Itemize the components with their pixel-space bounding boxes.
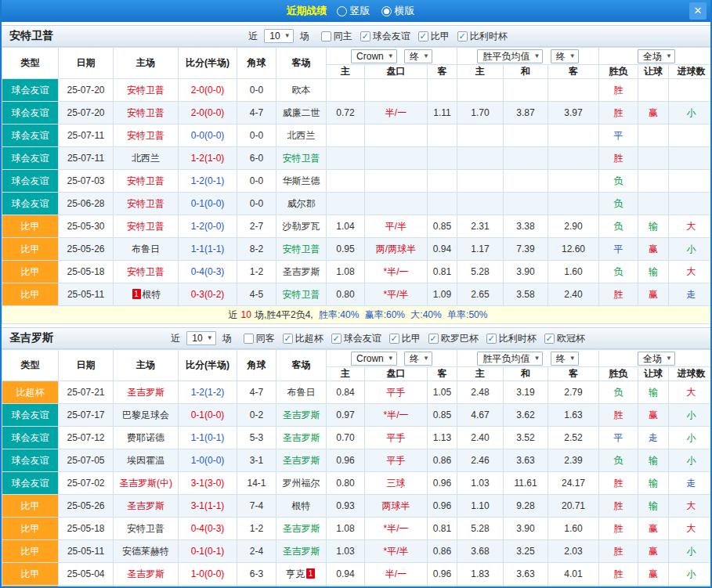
asian-home-odds-cell: 0.97 bbox=[327, 404, 365, 427]
corner-cell: 0-0 bbox=[237, 170, 276, 193]
avg-home-odds-cell bbox=[457, 147, 504, 170]
home-team-cell: 1根特 bbox=[114, 283, 179, 306]
chevron-down-icon: ▼ bbox=[388, 51, 394, 62]
bookmaker-select[interactable]: Crown▼ bbox=[351, 49, 397, 63]
avg-away-odds-cell: 2.39 bbox=[548, 449, 599, 472]
match-row: 球会友谊25-07-12费耶诺德1-1(0-1)5-3圣吉罗斯0.70平手1.1… bbox=[2, 427, 712, 449]
bookmaker-select[interactable]: Crown▼ bbox=[351, 352, 397, 366]
final-odds-select[interactable]: 终▼ bbox=[404, 49, 432, 63]
match-row: 比甲25-05-26圣吉罗斯3-1(1-1)7-4根特0.93两球半0.961.… bbox=[2, 495, 712, 518]
score-cell: 0-0(0-0) bbox=[179, 586, 237, 588]
league-filter[interactable]: ✓比超杯 bbox=[283, 332, 323, 345]
date-cell: 25-05-04 bbox=[59, 563, 114, 586]
date-cell: 25-05-26 bbox=[59, 495, 114, 518]
match-count-select[interactable]: 10▼ bbox=[264, 29, 293, 43]
league-type-cell: 球会友谊 bbox=[2, 427, 59, 449]
checkbox-icon: ✓ bbox=[389, 334, 399, 344]
league-filter[interactable]: 同客 bbox=[244, 332, 275, 345]
match-row: 比甲25-05-26布鲁日1-1(1-1)8-2安特卫普0.95两/两球半0.9… bbox=[2, 238, 712, 261]
league-type-cell: 球会友谊 bbox=[2, 404, 59, 427]
asian-line-cell bbox=[365, 193, 428, 215]
goals-result-cell: 大 bbox=[669, 381, 712, 404]
view-option-horizontal[interactable]: 横版 bbox=[381, 4, 415, 18]
handicap-result-cell bbox=[638, 170, 669, 193]
league-filter[interactable]: ✓比甲 bbox=[418, 30, 450, 43]
league-filter[interactable]: ✓比利时杯 bbox=[457, 30, 508, 43]
asian-away-odds-cell bbox=[428, 79, 457, 102]
result-cell: 负 bbox=[599, 381, 638, 404]
avg-home-odds-cell: 4.67 bbox=[457, 404, 504, 427]
team-label: 布鲁日 bbox=[287, 387, 316, 398]
avg-away-odds-cell bbox=[548, 170, 599, 193]
near-suffix-label: 场 bbox=[300, 30, 309, 43]
league-filter[interactable]: ✓欧冠杯 bbox=[544, 332, 585, 345]
match-row: 球会友谊25-07-02圣吉罗斯(中)3-1(3-0)14-1罗州福尔0.80三… bbox=[2, 472, 712, 495]
asian-away-odds-cell: 0.81 bbox=[428, 518, 457, 540]
final-odds-select[interactable]: 终▼ bbox=[404, 352, 432, 366]
avg-odds-select[interactable]: 胜平负均值▼ bbox=[477, 49, 543, 63]
corner-cell: 4-7 bbox=[237, 102, 276, 124]
league-filter[interactable]: ✓欧罗巴杯 bbox=[428, 332, 479, 345]
scope-select[interactable]: 全场▼ bbox=[638, 352, 675, 366]
score-cell: 1-1(0-1) bbox=[179, 427, 237, 449]
asian-away-odds-cell: 0.96 bbox=[428, 563, 457, 586]
team-label: 安特卫普 bbox=[127, 130, 164, 141]
col-header: 日期 bbox=[59, 48, 114, 79]
handicap-result-cell: 赢 bbox=[638, 540, 669, 563]
asian-line-cell: *半/一 bbox=[365, 261, 428, 283]
asian-line-cell: 两/两球半 bbox=[365, 238, 428, 261]
close-icon[interactable]: ✕ bbox=[689, 2, 707, 20]
avg-away-odds-cell bbox=[548, 147, 599, 170]
col-header: 类型 bbox=[2, 350, 59, 381]
league-filter[interactable]: ✓比甲 bbox=[389, 332, 421, 345]
asian-home-odds-cell: 0.86 bbox=[327, 586, 365, 588]
away-team-cell: 亨克1 bbox=[276, 563, 327, 586]
handicap-result-cell: 赢 bbox=[638, 563, 669, 586]
league-filter[interactable]: ✓球会友谊 bbox=[360, 30, 410, 43]
avg-draw-odds-cell: 3.38 bbox=[504, 215, 548, 238]
league-type-cell: 比甲 bbox=[2, 563, 59, 586]
match-row: 比甲25-05-30安特卫普1-2(0-0)2-7沙勒罗瓦1.04平/半0.85… bbox=[2, 215, 712, 238]
asian-line-cell bbox=[365, 170, 428, 193]
view-option-vertical[interactable]: 竖版 bbox=[337, 4, 370, 18]
asian-home-odds-cell: 0.80 bbox=[327, 283, 365, 306]
league-filter[interactable]: ✓比利时杯 bbox=[486, 332, 537, 345]
avg-draw-odds-cell bbox=[504, 124, 548, 147]
avg-odds-select[interactable]: 胜平负均值▼ bbox=[477, 352, 543, 366]
final-odds-select[interactable]: 终▼ bbox=[551, 49, 579, 63]
team-label: 沙勒罗瓦 bbox=[283, 221, 320, 232]
score-cell: 0-1(0-1) bbox=[179, 540, 237, 563]
handicap-result-cell: 输 bbox=[638, 495, 669, 518]
match-count-select[interactable]: 10▼ bbox=[186, 331, 215, 345]
away-team-cell: 圣吉罗斯 bbox=[276, 540, 327, 563]
league-filter[interactable]: 同主 bbox=[321, 30, 352, 43]
checkbox-icon bbox=[244, 334, 254, 344]
team-label: 安特卫普 bbox=[127, 175, 164, 186]
avg-home-odds-cell: 1.83 bbox=[457, 563, 504, 586]
goals-result-cell: 大 bbox=[669, 261, 712, 283]
date-cell: 25-07-11 bbox=[59, 147, 114, 170]
league-type-cell: 球会友谊 bbox=[2, 147, 59, 170]
league-type-cell: 比甲 bbox=[2, 283, 59, 306]
avg-draw-odds-cell: 3.90 bbox=[504, 518, 548, 540]
score-cell: 1-2(1-2) bbox=[179, 381, 237, 404]
goals-result-cell: 大 bbox=[669, 215, 712, 238]
away-team-cell: 威廉二世 bbox=[276, 102, 327, 124]
avg-draw-odds-cell: 3.06 bbox=[504, 586, 548, 588]
league-filter[interactable]: ✓球会友谊 bbox=[331, 332, 381, 345]
corner-cell: 6-0 bbox=[237, 147, 276, 170]
team-label: 费耶诺德 bbox=[127, 432, 164, 443]
match-row: 比甲25-05-111根特0-3(0-2)4-5安特卫普0.80*平/半1.09… bbox=[2, 283, 712, 306]
score-cell: 1-2(0-0) bbox=[179, 215, 237, 238]
goals-result-cell bbox=[669, 193, 712, 215]
score-cell: 3-1(3-0) bbox=[179, 472, 237, 495]
match-row: 球会友谊25-07-11安特卫普0-0(0-0)0-0北西兰平 bbox=[2, 124, 712, 147]
scope-select[interactable]: 全场▼ bbox=[638, 49, 675, 63]
final-odds-select[interactable]: 终▼ bbox=[551, 352, 579, 366]
date-cell: 25-07-11 bbox=[59, 124, 114, 147]
avg-draw-odds-cell bbox=[504, 193, 548, 215]
col-header: 进球数 bbox=[669, 65, 712, 79]
home-team-cell: 圣吉罗斯(中) bbox=[114, 472, 179, 495]
avg-away-odds-cell: 12.60 bbox=[548, 238, 599, 261]
result-cell: 胜 bbox=[599, 518, 638, 540]
